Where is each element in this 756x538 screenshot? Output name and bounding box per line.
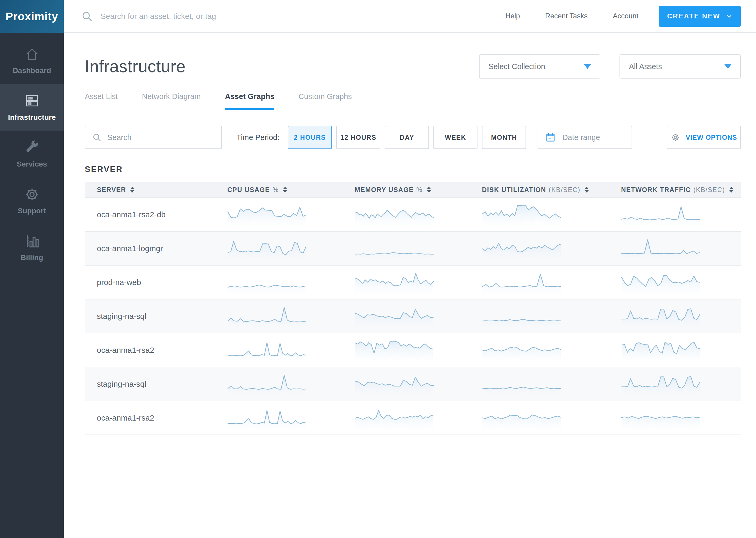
sidebar-item-label: Infrastructure — [8, 113, 56, 122]
column-label: SERVER — [97, 186, 126, 193]
cpu-usage-sparkline — [216, 340, 343, 361]
column-label: NETWORK TRAFFIC — [621, 186, 691, 193]
server-name-cell: staging-na-sql — [85, 380, 216, 389]
disk-utilization-sparkline — [471, 407, 610, 429]
memory-usage-sparkline — [343, 238, 471, 259]
recent-tasks-link[interactable]: Recent Tasks — [545, 12, 588, 20]
column-header-network: NETWORK TRAFFIC (KB/SEC) — [610, 186, 741, 193]
table-header: SERVER CPU USAGE % MEMORY USAGE % DISK U… — [85, 182, 741, 198]
cpu-usage-sparkline — [216, 373, 343, 395]
column-header-cpu: CPU USAGE % — [216, 186, 343, 193]
view-options-button[interactable]: VIEW OPTIONS — [667, 126, 741, 149]
topbar-links: Help Recent Tasks Account — [505, 12, 638, 20]
sort-icon[interactable] — [585, 187, 589, 192]
table-search-box — [85, 126, 222, 149]
table-row[interactable]: oca-anma1-logmgr — [85, 232, 741, 266]
sort-icon[interactable] — [283, 187, 287, 192]
cpu-usage-sparkline — [216, 407, 343, 429]
server-name-cell: oca-anma1-logmgr — [85, 244, 216, 253]
network-traffic-sparkline — [610, 272, 741, 293]
disk-utilization-sparkline — [471, 272, 610, 293]
tab-custom-graphs[interactable]: Custom Graphs — [299, 92, 352, 109]
table-body: oca-anma1-rsa2-db oca-anma1-logmgr prod-… — [85, 198, 741, 435]
network-traffic-sparkline — [610, 373, 741, 395]
help-link[interactable]: Help — [505, 12, 520, 20]
server-name: oca-anma1-logmgr — [97, 244, 163, 253]
disk-utilization-sparkline — [471, 204, 610, 225]
sidebar-item-label: Support — [18, 207, 46, 215]
period-week[interactable]: WEEK — [433, 126, 478, 149]
memory-usage-sparkline — [343, 407, 471, 429]
column-unit: (KB/SEC) — [693, 186, 725, 193]
server-name: staging-na-sql — [97, 380, 146, 388]
network-traffic-sparkline — [610, 340, 741, 361]
column-unit: % — [272, 186, 279, 193]
time-period-label: Time Period: — [237, 133, 279, 142]
wrench-icon — [24, 139, 40, 156]
memory-usage-sparkline — [343, 340, 471, 361]
column-unit: (KB/SEC) — [548, 186, 580, 193]
sidebar-item-billing[interactable]: Billing — [0, 224, 64, 271]
column-label: MEMORY USAGE — [354, 186, 414, 193]
server-name-cell: oca-anma1-rsa2 — [85, 346, 216, 355]
table-search-input[interactable] — [107, 133, 214, 142]
server-name-cell: oca-anma1-rsa2-db — [85, 210, 216, 219]
memory-usage-sparkline — [343, 204, 471, 225]
page-head: Infrastructure Select Collection All Ass… — [85, 54, 741, 79]
table-row[interactable]: oca-anma1-rsa2 — [85, 333, 741, 367]
table-row[interactable]: staging-na-sql — [85, 367, 741, 401]
section-title: SERVER — [85, 165, 741, 174]
sidebar-item-infrastructure[interactable]: Infrastructure — [0, 84, 64, 131]
period-12-hours[interactable]: 12 HOURS — [336, 126, 380, 149]
tab-asset-graphs[interactable]: Asset Graphs — [225, 92, 275, 109]
sort-icon[interactable] — [427, 187, 431, 192]
column-unit: % — [416, 186, 423, 193]
disk-utilization-sparkline — [471, 373, 610, 395]
table-row[interactable]: prod-na-web — [85, 266, 741, 299]
tab-asset-list[interactable]: Asset List — [85, 92, 118, 109]
memory-usage-sparkline — [343, 305, 471, 327]
cpu-usage-sparkline — [216, 204, 343, 225]
caret-down-icon — [584, 64, 591, 69]
period-month[interactable]: MONTH — [482, 126, 526, 149]
date-range-picker[interactable]: Date range — [538, 126, 632, 149]
account-link[interactable]: Account — [613, 12, 638, 20]
tab-network-diagram[interactable]: Network Diagram — [142, 92, 201, 109]
assets-dropdown[interactable]: All Assets — [620, 54, 741, 79]
collection-dropdown[interactable]: Select Collection — [479, 54, 600, 79]
sidebar-item-label: Billing — [21, 253, 43, 262]
sort-icon[interactable] — [130, 187, 134, 192]
server-name-cell: prod-na-web — [85, 278, 216, 287]
sidebar-item-label: Services — [17, 160, 47, 168]
server-name: staging-na-sql — [97, 312, 146, 320]
global-search-input[interactable] — [101, 12, 442, 21]
gear-icon — [670, 133, 681, 142]
disk-utilization-sparkline — [471, 305, 610, 327]
period-2-hours[interactable]: 2 HOURS — [288, 126, 332, 149]
create-new-button[interactable]: CREATE NEW — [659, 6, 741, 27]
column-label: CPU USAGE — [227, 186, 270, 193]
caret-down-icon — [725, 64, 731, 69]
brand-logo: Proximity — [0, 0, 64, 33]
sidebar-nav: Dashboard Infrastructure Services Suppor… — [0, 33, 64, 271]
page-title: Infrastructure — [85, 57, 479, 76]
memory-usage-sparkline — [343, 272, 471, 293]
server-name: oca-anma1-rsa2-db — [97, 210, 165, 219]
table-row[interactable]: staging-na-sql — [85, 299, 741, 333]
column-header-disk: DISK UTILIZATION (KB/SEC) — [471, 186, 610, 193]
collection-dropdown-value: Select Collection — [489, 62, 584, 71]
assets-dropdown-value: All Assets — [629, 62, 725, 71]
table-row[interactable]: oca-anma1-rsa2 — [85, 401, 741, 435]
network-traffic-sparkline — [610, 305, 741, 327]
date-range-placeholder: Date range — [562, 133, 600, 142]
sidebar: Proximity Dashboard Infrastructure Servi… — [0, 0, 64, 538]
period-day[interactable]: DAY — [385, 126, 429, 149]
sort-icon[interactable] — [729, 187, 733, 192]
sidebar-item-services[interactable]: Services — [0, 131, 64, 177]
table-row[interactable]: oca-anma1-rsa2-db — [85, 198, 741, 232]
sidebar-item-dashboard[interactable]: Dashboard — [0, 37, 64, 84]
home-icon — [24, 46, 40, 62]
filter-row: Time Period: 2 HOURS 12 HOURS DAY WEEK M… — [85, 126, 741, 149]
sidebar-item-support[interactable]: Support — [0, 177, 64, 224]
search-icon — [81, 11, 93, 22]
